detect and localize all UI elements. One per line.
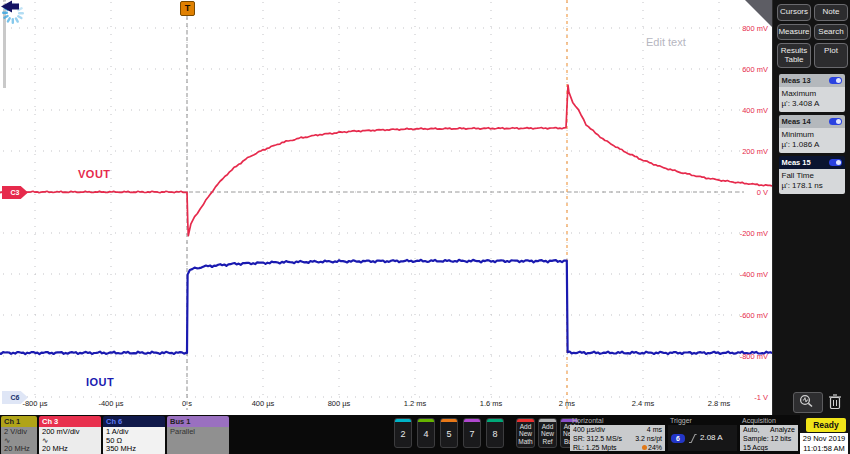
time-tick-label: 0 s [163, 399, 211, 408]
delete-measurement-button[interactable] [826, 392, 844, 411]
trash-icon [826, 392, 844, 411]
panel-button-plot[interactable]: Plot [814, 43, 848, 68]
vout-trace-label[interactable]: VOUT [78, 168, 111, 180]
measurement-value: µ': 178.1 ns [782, 181, 842, 191]
channel-color-stripe [464, 419, 480, 422]
time-tick-label: -400 µs [87, 399, 135, 408]
measurement-badge[interactable]: Meas 13Maximumµ': 3.408 A [779, 74, 845, 112]
horizontal-scale: 400 µs/div [573, 426, 605, 435]
channel-button-8[interactable]: 8 [486, 418, 504, 448]
measurement-name: Fall Time [782, 171, 842, 181]
channel-badges: Ch 12 V/div∿20 MHzCh 3200 mV/div∿20 MHzC… [1, 416, 229, 454]
channel-badge-title: Bus 1 [167, 416, 229, 427]
voltage-tick-label: 400 mV [712, 106, 768, 115]
magnifier-wave-icon [794, 393, 820, 410]
add-button-label: AddNewMath [517, 422, 534, 446]
channel-button-5[interactable]: 5 [440, 418, 458, 448]
add-new-ref-button[interactable]: AddNewRef [538, 418, 557, 448]
inactive-channel-buttons: 24578 [394, 418, 504, 448]
acquisition-count: 15 Acqs [743, 444, 795, 453]
voltage-tick-label: -600 mV [712, 311, 768, 320]
analysis-buttons: CursorsNoteMeasureSearchResults TablePlo… [777, 4, 847, 68]
acquisition-title: Acquisition [740, 416, 798, 425]
panel-button-cursors[interactable]: Cursors [777, 4, 811, 21]
measurement-value: µ': 3.408 A [782, 99, 842, 109]
channel-button-label: 2 [400, 429, 405, 439]
trigger-level-arrow-icon[interactable] [0, 0, 20, 13]
time-tick-label: 2.8 ms [695, 399, 743, 408]
measurement-value: µ': 1.086 A [782, 140, 842, 150]
channel-badge-ch3[interactable]: Ch 3200 mV/div∿20 MHz [39, 416, 101, 454]
sample-rate: SR: 312.5 MS/s [573, 435, 622, 444]
channel-button-4[interactable]: 4 [417, 418, 435, 448]
add-button-label: AddNewRef [539, 422, 556, 446]
measurement-badges: Meas 13Maximumµ': 3.408 AMeas 14Minimumµ… [773, 74, 850, 194]
waveform-display[interactable]: 800 mV600 mV400 mV200 mV0 V-200 mV-400 m… [0, 0, 772, 415]
badge-tools [773, 392, 850, 414]
channel-badge-title: Ch 3 [39, 416, 101, 427]
horizontal-title: Horizontal [570, 416, 665, 425]
channel-setting-line: 20 MHz [4, 445, 34, 454]
channel-button-2[interactable]: 2 [394, 418, 412, 448]
voltage-tick-label: 0 V [712, 188, 768, 197]
voltage-tick-label: 600 mV [712, 65, 768, 74]
time-tick-label: 2 ms [543, 399, 591, 408]
panel-button-results-table[interactable]: Results Table [777, 43, 811, 68]
channel-badge-ch6[interactable]: Ch 61 A/div50 Ω350 MHz [103, 416, 165, 454]
channel-badge-bus1[interactable]: Bus 1Parallel [167, 416, 229, 454]
panel-button-search[interactable]: Search [814, 24, 848, 41]
channel-setting-line: 350 MHz [106, 445, 162, 454]
measurement-id: Meas 15 [782, 158, 811, 167]
horizontal-settings-badge[interactable]: Horizontal 400 µs/div 4 ms SR: 312.5 MS/… [570, 416, 665, 453]
measurement-name: Maximum [782, 89, 842, 99]
acquisition-mode: Auto, [743, 426, 759, 435]
measurement-toggle[interactable] [829, 159, 842, 166]
time-tick-label: 800 µs [315, 399, 363, 408]
channel-badge-ch1[interactable]: Ch 12 V/div∿20 MHz [1, 416, 37, 454]
channel-setting-line: 20 MHz [42, 445, 98, 454]
trigger-title: Trigger [668, 416, 737, 425]
measurement-toggle[interactable] [829, 118, 842, 125]
bottom-settings-bar: Ch 12 V/div∿20 MHzCh 3200 mV/div∿20 MHzC… [0, 415, 800, 454]
iout-trace-label[interactable]: IOUT [86, 376, 114, 388]
channel-badge-title: Ch 1 [1, 416, 37, 427]
channel-button-label: 4 [423, 429, 428, 439]
zoom-corner-flap[interactable] [745, 0, 772, 27]
measurement-id: Meas 14 [782, 117, 811, 126]
waveform-canvas[interactable] [0, 0, 772, 415]
channel-button-label: 5 [446, 429, 451, 439]
note-edit-text[interactable]: Edit text [646, 36, 686, 48]
voltage-tick-label: -200 mV [712, 229, 768, 238]
channel-color-stripe [487, 419, 503, 422]
measurement-zoom-button[interactable] [793, 392, 823, 413]
rising-edge-icon [688, 433, 697, 444]
horizontal-window: 4 ms [647, 426, 662, 435]
datetime-display: 29 Nov 2019 11:01:58 AM [800, 433, 848, 454]
record-length: RL: 1.25 Mpts [573, 444, 617, 453]
time-tick-label: 400 µs [239, 399, 287, 408]
voltage-tick-label: -400 mV [712, 270, 768, 279]
channel-color-stripe [418, 419, 434, 422]
add-new-math-button[interactable]: AddNewMath [516, 418, 535, 448]
acquisition-settings-badge[interactable]: Acquisition Auto, Analyze Sample: 12 bit… [740, 416, 798, 453]
measurement-badge[interactable]: Meas 14Minimumµ': 1.086 A [779, 115, 845, 153]
measurement-name: Minimum [782, 130, 842, 140]
vout-trace [0, 85, 772, 236]
trigger-position-marker[interactable]: T [180, 1, 195, 16]
measurement-toggle[interactable] [829, 77, 842, 84]
channel-badge-title: Ch 6 [103, 416, 165, 427]
channel-setting-line: 200 mV/div [42, 428, 98, 437]
trigger-source-pill: 6 [671, 434, 685, 443]
acquisition-bits: Sample: 12 bits [743, 435, 795, 444]
panel-button-measure[interactable]: Measure [777, 24, 811, 41]
channel-button-label: 7 [469, 429, 474, 439]
channel-button-label: 8 [492, 429, 497, 439]
panel-button-note[interactable]: Note [814, 4, 848, 21]
measurement-id: Meas 13 [782, 76, 811, 85]
time-text: 11:01:58 AM [800, 444, 848, 454]
measurement-badge[interactable]: Meas 15Fall Timeµ': 178.1 ns [779, 156, 845, 194]
channel-color-stripe [441, 419, 457, 422]
channel-button-7[interactable]: 7 [463, 418, 481, 448]
right-control-panel: CursorsNoteMeasureSearchResults TablePlo… [772, 0, 850, 454]
trigger-settings-badge[interactable]: Trigger 6 2.08 A [668, 416, 737, 453]
